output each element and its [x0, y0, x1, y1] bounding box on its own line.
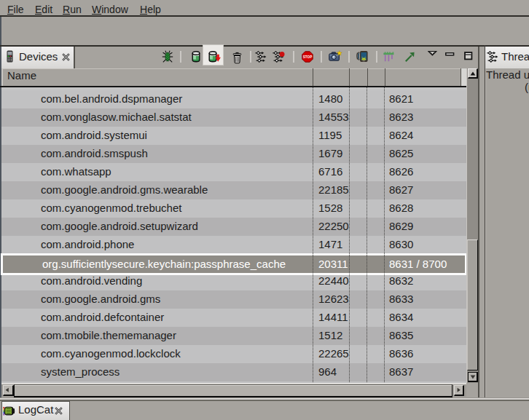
svg-text:STOP: STOP — [303, 55, 312, 59]
